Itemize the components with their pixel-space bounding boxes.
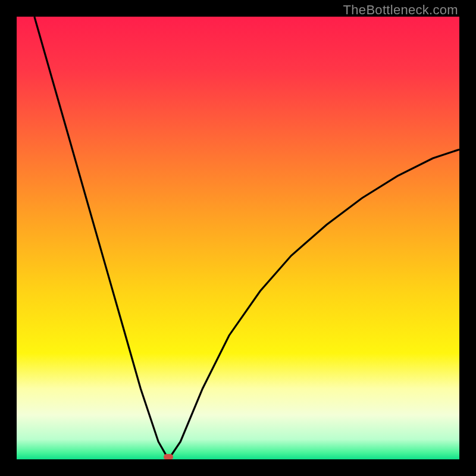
plot-area — [17, 17, 459, 459]
watermark-label: TheBottleneck.com — [343, 2, 458, 18]
bottleneck-curve — [17, 17, 459, 459]
min-marker — [164, 454, 173, 459]
outer-frame: TheBottleneck.com — [0, 0, 476, 476]
curve-path — [35, 17, 459, 459]
